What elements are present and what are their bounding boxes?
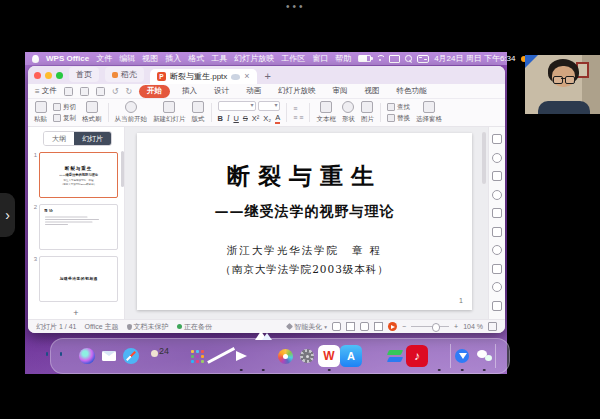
menubar-datetime[interactable]: 4月24日 周日 下午6:34	[434, 53, 515, 64]
animation-pane-icon[interactable]	[492, 171, 502, 181]
media-pane-icon[interactable]	[492, 227, 502, 237]
slide-subtitle[interactable]: ——继受法学的视野与理论	[137, 203, 472, 221]
ribbon-tab-review[interactable]: 审阅	[328, 85, 353, 97]
dock-siri-icon[interactable]	[76, 345, 98, 367]
slide-sorter-icon[interactable]	[346, 322, 355, 331]
ribbon-tab-features[interactable]: 特色功能	[392, 85, 432, 97]
layout-button[interactable]: 版式	[192, 101, 205, 124]
print-icon[interactable]	[80, 87, 89, 96]
smart-beautify-button[interactable]: 智能美化 ▾	[287, 322, 327, 332]
display-icon[interactable]	[389, 55, 400, 63]
notes-view-icon[interactable]	[360, 322, 369, 331]
canvas-scrollbar[interactable]	[482, 132, 486, 184]
control-center-icon[interactable]	[417, 55, 429, 63]
zoom-slider[interactable]	[411, 326, 449, 327]
save-icon[interactable]	[64, 87, 73, 96]
dock-netease-music-icon[interactable]: ♪	[406, 345, 428, 367]
slide-title[interactable]: 断裂与重生	[137, 161, 472, 192]
minimize-window-button[interactable]	[45, 72, 52, 79]
ribbon-tab-start[interactable]: 开始	[139, 85, 170, 98]
undo-icon[interactable]: ↺	[112, 87, 119, 96]
file-menu-button[interactable]: ≡ 文件	[35, 86, 57, 96]
dock-preview-app-icon[interactable]	[428, 345, 450, 367]
design-pane-icon[interactable]	[492, 208, 502, 218]
ruler-pane-icon[interactable]	[492, 264, 502, 274]
export-icon[interactable]	[96, 87, 105, 96]
zoom-window-button[interactable]	[56, 72, 63, 79]
backup-status[interactable]: 正在备份	[177, 322, 213, 332]
font-color-button[interactable]: A	[275, 113, 280, 124]
menu-window[interactable]: 窗口	[312, 53, 328, 64]
zoom-out-button[interactable]: −	[402, 323, 406, 330]
window-menu-dots[interactable]: •••	[286, 1, 306, 12]
subscript-button[interactable]: X₂	[263, 114, 271, 123]
new-tab-button[interactable]: +	[265, 70, 271, 82]
video-call-window[interactable]	[525, 55, 600, 114]
font-size-select[interactable]	[258, 101, 280, 111]
dock-trash-icon[interactable]	[496, 345, 518, 367]
dock-wps-office-icon[interactable]: W	[318, 345, 340, 367]
bold-button[interactable]: B	[218, 114, 223, 123]
ribbon-tab-animation[interactable]: 动画	[241, 85, 266, 97]
help-pane-icon[interactable]	[492, 282, 502, 292]
new-slide-button[interactable]: 新建幻灯片	[153, 101, 186, 124]
menu-tools[interactable]: 工具	[211, 53, 227, 64]
theme-status[interactable]: Office 主题	[84, 322, 118, 332]
wifi-icon[interactable]	[376, 55, 384, 62]
dock-wechat-icon[interactable]	[473, 345, 495, 367]
zoom-in-button[interactable]: +	[454, 323, 458, 330]
slide-editor[interactable]: 断裂与重生 ——继受法学的视野与理论 浙江大学光华法学院 章 程 （南京大学法学…	[137, 133, 472, 310]
dock-mountain-app-icon[interactable]	[252, 345, 274, 367]
textbox-button[interactable]: 文本框	[316, 101, 336, 124]
task-pane-icon[interactable]	[492, 134, 502, 144]
italic-button[interactable]: I	[227, 114, 230, 123]
superscript-button[interactable]: X²	[252, 114, 260, 123]
underline-button[interactable]: U	[233, 114, 238, 123]
menu-slideshow[interactable]: 幻灯片放映	[234, 53, 274, 64]
menu-edit[interactable]: 编辑	[119, 53, 135, 64]
bullet-list-button[interactable]: ≡	[293, 105, 303, 112]
dock-paperplane-app-icon[interactable]	[230, 345, 252, 367]
slide-thumbnail-3[interactable]: 与继受法学的初相遇	[39, 256, 118, 302]
slide-thumbnail-2[interactable]: 导 论	[39, 204, 118, 250]
dock-baidu-netdisk-icon[interactable]	[451, 345, 473, 367]
tab-docer[interactable]: 稻壳	[105, 67, 144, 82]
dock-photos-icon[interactable]	[274, 345, 296, 367]
picture-button[interactable]: 图片	[361, 101, 374, 124]
menu-view[interactable]: 视图	[142, 53, 158, 64]
font-family-select[interactable]	[218, 101, 256, 111]
dock-system-settings-icon[interactable]	[296, 345, 318, 367]
zoom-level[interactable]: 104 %	[463, 323, 483, 330]
close-tab-icon[interactable]: ×	[244, 72, 249, 81]
dock-app-store-icon[interactable]: A	[340, 345, 362, 367]
zoom-slider-knob[interactable]	[432, 323, 441, 332]
dock-finder-icon[interactable]	[54, 345, 76, 367]
battery-icon[interactable]	[358, 55, 371, 62]
normal-view-icon[interactable]	[332, 322, 341, 331]
ribbon-tab-view[interactable]: 视图	[360, 85, 385, 97]
settings-pane-icon[interactable]	[492, 245, 502, 255]
menu-help[interactable]: 帮助	[335, 53, 351, 64]
replace-button[interactable]: 替换	[387, 114, 410, 123]
menu-format[interactable]: 格式	[188, 53, 204, 64]
slide-author-line2[interactable]: （南京大学法学院2003级本科）	[137, 263, 472, 277]
paste-button[interactable]: 粘贴	[34, 101, 47, 124]
format-painter-button[interactable]: 格式刷	[82, 101, 102, 124]
tab-document[interactable]: P 断裂与重生.pptx ×	[150, 69, 257, 84]
ribbon-tab-insert[interactable]: 插入	[177, 85, 202, 97]
cut-button[interactable]: 剪切	[53, 103, 76, 112]
dock-safari-icon[interactable]	[120, 345, 142, 367]
dock-notes-icon[interactable]	[362, 345, 384, 367]
dock-calendar-icon[interactable]: 24	[164, 345, 186, 367]
menu-insert[interactable]: 插入	[165, 53, 181, 64]
selection-pane-button[interactable]: 选择窗格	[416, 101, 442, 124]
start-slideshow-button[interactable]	[388, 322, 397, 331]
ribbon-tab-slideshow[interactable]: 幻灯片放映	[273, 85, 321, 97]
dock-maps-icon[interactable]	[208, 345, 230, 367]
redo-icon[interactable]: ↻	[125, 87, 132, 96]
dock-chevron-app-icon[interactable]	[384, 345, 406, 367]
protect-status[interactable]: 文档未保护	[127, 322, 169, 332]
menu-workspace[interactable]: 工作区	[281, 53, 305, 64]
ribbon-tab-design[interactable]: 设计	[209, 85, 234, 97]
apple-menu-icon[interactable]	[32, 55, 39, 63]
